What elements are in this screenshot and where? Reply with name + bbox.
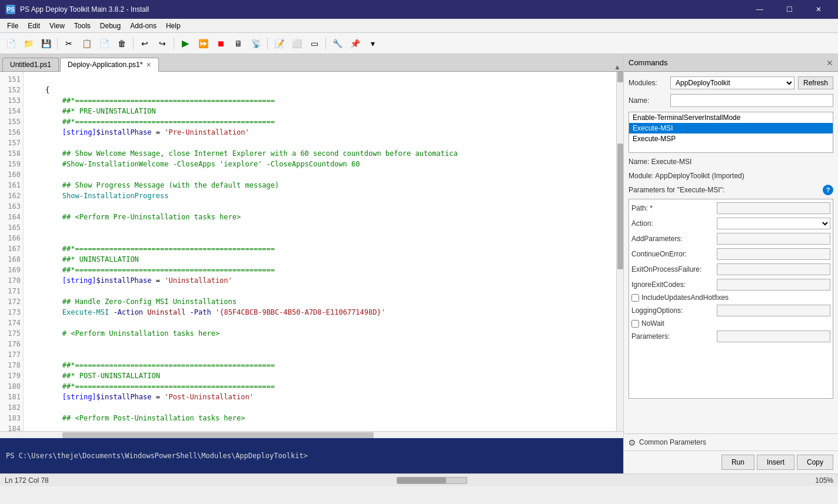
snippet-button[interactable]: 📝 [271, 35, 287, 52]
common-params-section: ⊙ Common Parameters [624, 433, 838, 450]
action-buttons: Run Insert Copy [624, 450, 838, 473]
new-remote-tab-button[interactable]: 🖥 [230, 35, 247, 52]
cut-button[interactable]: ✂ [61, 35, 77, 52]
param-addparameters-label: AddParameters: [631, 235, 717, 243]
horizontal-scrollbar[interactable] [0, 431, 623, 438]
name-label: Name: [628, 96, 667, 105]
common-params-toggle[interactable]: ⊙ Common Parameters [628, 438, 833, 447]
params-title: Parameters for "Execute-MSI": [628, 186, 724, 194]
commands-body: Modules: AppDeployToolkit Refresh Name: … [624, 72, 838, 433]
param-nowait-row: NoWait [631, 319, 830, 328]
insert-button[interactable]: Insert [757, 455, 794, 470]
separator-3 [174, 38, 174, 49]
menu-file[interactable]: File [2, 19, 23, 33]
modules-label: Modules: [628, 79, 667, 87]
cmd-item-execute-msp[interactable]: Execute-MSP [629, 133, 833, 144]
run-button[interactable]: Run [721, 455, 754, 470]
name-input[interactable] [670, 94, 833, 107]
menu-view[interactable]: View [45, 19, 69, 33]
param-exitonprocessfailure-label: ExitOnProcessFailure: [631, 265, 717, 273]
param-ignoreexitcodes-label: IgnoreExitCodes: [631, 281, 717, 289]
commands-panel-title: Commands [628, 58, 667, 67]
param-loggingoptions-label: LoggingOptions: [631, 306, 717, 315]
new-file-button[interactable]: 📄 [2, 35, 19, 52]
cmd-item-execute-msi[interactable]: Execute-MSI [629, 123, 833, 133]
command-listbox[interactable]: Enable-TerminalServerInstallMode Execute… [628, 112, 833, 153]
line-numbers: 151152153154 155156157158 159160161162 1… [0, 72, 24, 431]
tab-scroll-up[interactable]: ▲ [614, 63, 621, 71]
param-action-select[interactable]: Install Uninstall Patch Repair ActiveSet… [717, 218, 830, 229]
separator-4 [267, 38, 268, 49]
run-selection-button[interactable]: ⏩ [195, 35, 211, 52]
dropdown-button[interactable]: ▾ [364, 35, 381, 52]
menu-bar: File Edit View Tools Debug Add-ons Help [0, 19, 838, 33]
split-vertical-button[interactable]: ▭ [306, 35, 322, 52]
toolbar: 📄 📁 💾 ✂ 📋 📄 🗑 ↩ ↪ ▶ ⏩ ⏹ 🖥 📡 📝 ⬜ ▭ 🔧 📌 ▾ [0, 33, 838, 54]
param-addparameters-input[interactable] [717, 233, 830, 245]
save-button[interactable]: 💾 [38, 35, 54, 52]
paste-button[interactable]: 📄 [96, 35, 112, 52]
param-includeupdates-row: IncludeUpdatesAndHotfixes [631, 293, 830, 302]
maximize-button[interactable]: ☐ [776, 0, 803, 19]
cmd-info-module: Module: AppDeployToolkit (Imported) [628, 171, 833, 181]
param-continueonerror: ContinueOnError: [631, 248, 830, 261]
copy-action-button[interactable]: Copy [797, 455, 833, 470]
code-content[interactable]: { ##*===================================… [24, 72, 616, 431]
minimize-button[interactable]: — [746, 0, 773, 19]
menu-edit[interactable]: Edit [23, 19, 45, 33]
cursor-position: Ln 172 Col 78 [5, 476, 49, 485]
split-horizontal-button[interactable]: ⬜ [288, 35, 305, 52]
show-commands-button[interactable]: 🔧 [329, 35, 345, 52]
param-nowait-checkbox[interactable] [631, 320, 639, 328]
menu-help[interactable]: Help [161, 19, 185, 33]
stop-button[interactable]: ⏹ [212, 35, 229, 52]
param-addparameters: AddParameters: [631, 232, 830, 245]
menu-tools[interactable]: Tools [69, 19, 95, 33]
cmd-item-enable-terminal[interactable]: Enable-TerminalServerInstallMode [629, 112, 833, 123]
zoom-slider[interactable] [397, 477, 467, 484]
clear-button[interactable]: 🗑 [114, 35, 130, 52]
param-action-label: Action: [631, 219, 717, 228]
param-path-input[interactable] [717, 202, 830, 214]
help-button[interactable]: ? [823, 185, 833, 195]
param-parameters-input[interactable] [717, 331, 830, 342]
modules-row: Modules: AppDeployToolkit Refresh [628, 76, 833, 89]
tab-bar: Untitled1.ps1 Deploy-Application.ps1* ✕ … [0, 54, 623, 72]
cmd-info-name: Name: Execute-MSI [628, 156, 833, 167]
vertical-scrollbar[interactable] [616, 72, 623, 431]
title-bar: PS PS App Deploy Toolkit Main 3.8.2 - In… [0, 0, 838, 19]
terminal-area[interactable]: PS C:\Users\theje\Documents\WindowsPower… [0, 438, 623, 473]
param-nowait-label: NoWait [641, 319, 664, 328]
separator-1 [57, 38, 58, 49]
terminal-text: PS C:\Users\theje\Documents\WindowsPower… [6, 452, 308, 460]
param-continueonerror-label: ContinueOnError: [631, 250, 717, 258]
close-window-button[interactable]: ✕ [805, 0, 832, 19]
commands-panel-header: Commands ✕ [624, 54, 838, 72]
param-ignoreexitcodes-input[interactable] [717, 279, 830, 291]
run-button[interactable]: ▶ [177, 35, 194, 52]
params-header: Parameters for "Execute-MSI": ? [628, 185, 833, 195]
new-remote-ps-button[interactable]: 📡 [248, 35, 264, 52]
tab-deploy-application[interactable]: Deploy-Application.ps1* ✕ [60, 58, 159, 72]
show-snippets-button[interactable]: 📌 [347, 35, 363, 52]
param-path: Path: * [631, 202, 830, 215]
open-file-button[interactable]: 📁 [20, 35, 36, 52]
status-bar: Ln 172 Col 78 105% [0, 473, 838, 486]
param-includeupdates-checkbox[interactable] [631, 294, 639, 302]
menu-debug[interactable]: Debug [95, 19, 125, 33]
redo-button[interactable]: ↪ [154, 35, 171, 52]
param-loggingoptions-input[interactable] [717, 305, 830, 316]
app-icon: PS [6, 5, 15, 14]
param-loggingoptions: LoggingOptions: [631, 304, 830, 317]
tab-close-deploy[interactable]: ✕ [146, 61, 151, 69]
param-continueonerror-input[interactable] [717, 248, 830, 260]
copy-button[interactable]: 📋 [78, 35, 95, 52]
commands-panel-close[interactable]: ✕ [826, 58, 833, 68]
refresh-button[interactable]: Refresh [798, 76, 833, 89]
param-action: Action: Install Uninstall Patch Repair A… [631, 217, 830, 230]
undo-button[interactable]: ↩ [137, 35, 153, 52]
menu-addons[interactable]: Add-ons [125, 19, 161, 33]
modules-select[interactable]: AppDeployToolkit [670, 76, 794, 89]
tab-untitled1[interactable]: Untitled1.ps1 [2, 58, 59, 71]
param-exitonprocessfailure-input[interactable] [717, 263, 830, 275]
